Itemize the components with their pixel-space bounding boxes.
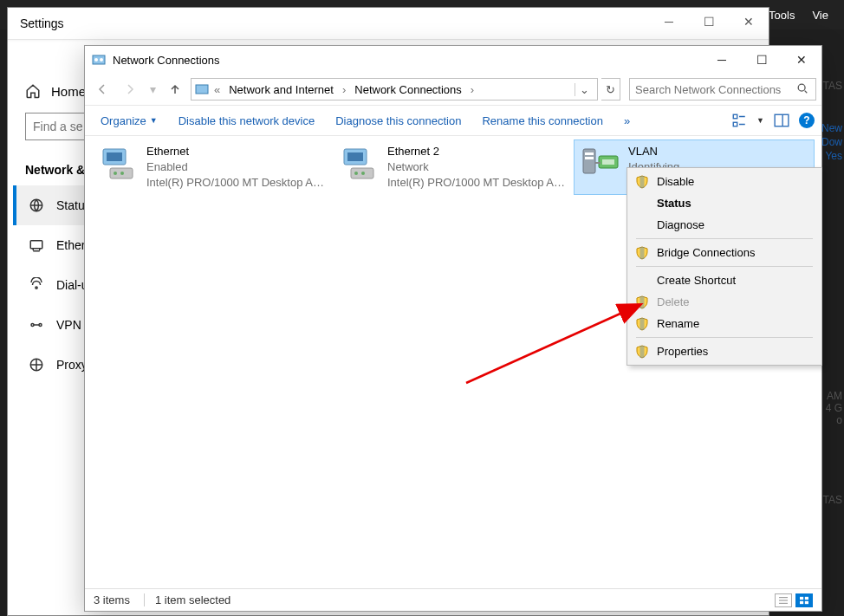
svg-point-2 [36, 287, 37, 289]
shield-icon [635, 295, 649, 309]
organize-button[interactable]: Organize ▼ [92, 109, 166, 133]
network-adapter-icon [339, 144, 380, 185]
preview-pane-button[interactable] [773, 112, 790, 129]
details-view-button[interactable] [775, 593, 792, 607]
svg-rect-15 [107, 152, 122, 161]
file-list[interactable]: Ethernet Enabled Intel(R) PRO/1000 MT De… [85, 136, 821, 588]
location-icon [195, 82, 209, 96]
ethernet-icon [29, 237, 44, 253]
up-button[interactable] [163, 77, 187, 101]
bg-text: TAS [823, 80, 842, 92]
connection-status: Enabled [146, 159, 324, 175]
chevron-right-icon: › [471, 83, 474, 96]
context-menu: Disable Status Diagnose Bridge Connectio… [627, 167, 822, 366]
svg-point-23 [361, 172, 365, 175]
selection-count: 1 item selected [144, 593, 230, 606]
svg-rect-32 [800, 600, 803, 603]
shield-icon [635, 317, 649, 331]
menu-rename[interactable]: Rename [627, 313, 821, 334]
menu-separator [636, 266, 813, 267]
svg-rect-11 [733, 114, 737, 119]
search-box[interactable] [629, 78, 816, 101]
search-input[interactable] [635, 83, 796, 96]
bg-links: New Dow Yes [821, 121, 842, 163]
item-count: 3 items [94, 593, 130, 606]
svg-rect-12 [733, 122, 737, 126]
dialup-icon [29, 277, 44, 293]
svg-rect-30 [800, 596, 803, 599]
svg-point-10 [798, 84, 805, 91]
connection-name: Ethernet 2 [387, 144, 565, 159]
svg-point-4 [39, 324, 42, 327]
svg-rect-33 [805, 600, 808, 603]
network-adapter-icon [98, 144, 140, 185]
menu-status[interactable]: Status [627, 192, 821, 214]
diagnose-connection-button[interactable]: Diagnose this connection [327, 109, 470, 133]
view-menu[interactable]: Vie [803, 3, 837, 27]
connection-status: Network [387, 159, 565, 175]
sidebar-item-label: VPN [56, 318, 81, 332]
titlebar[interactable]: Network Connections ─ ☐ ✕ [85, 46, 821, 74]
svg-point-7 [94, 58, 98, 62]
svg-rect-31 [805, 596, 808, 599]
minimize-button[interactable]: ─ [649, 8, 689, 36]
maximize-button[interactable]: ☐ [742, 46, 782, 74]
history-dropdown[interactable]: ▾ [146, 77, 159, 101]
svg-point-22 [354, 172, 358, 175]
svg-rect-20 [347, 152, 363, 161]
menu-create-shortcut[interactable]: Create Shortcut [627, 269, 821, 291]
close-button[interactable]: ✕ [782, 46, 821, 74]
status-bar: 3 items 1 item selected [85, 588, 821, 611]
menu-delete: Delete [627, 291, 821, 313]
shield-icon [635, 175, 649, 189]
home-label: Home [51, 84, 86, 99]
bg-text: TAS [823, 494, 842, 506]
svg-rect-9 [196, 85, 208, 94]
svg-point-8 [100, 58, 103, 62]
disable-device-button[interactable]: Disable this network device [170, 109, 324, 133]
back-button[interactable] [90, 77, 114, 101]
chevron-down-icon[interactable]: ▼ [756, 116, 764, 125]
svg-point-17 [114, 172, 117, 175]
breadcrumb-prefix: « [214, 83, 220, 96]
view-options-button[interactable] [730, 112, 748, 129]
close-button[interactable]: ✕ [729, 8, 769, 36]
forward-button[interactable] [118, 77, 142, 101]
connection-adapter: Intel(R) PRO/1000 MT Desktop Ad... [387, 175, 565, 191]
menu-separator [636, 238, 813, 239]
svg-rect-28 [602, 159, 614, 165]
bg-text: AM 4 G o [826, 390, 842, 426]
network-connections-window: Network Connections ─ ☐ ✕ ▾ « Network an… [84, 45, 822, 612]
address-bar[interactable]: « Network and Internet › Network Connect… [191, 78, 598, 101]
overflow-button[interactable]: » [615, 109, 639, 133]
connection-item-ethernet2[interactable]: Ethernet 2 Network Intel(R) PRO/1000 MT … [333, 139, 574, 195]
chevron-down-icon: ▼ [150, 116, 158, 125]
status-icon [29, 198, 44, 213]
menu-properties[interactable]: Properties [627, 340, 821, 362]
help-button[interactable]: ? [799, 113, 815, 128]
large-icons-view-button[interactable] [795, 593, 813, 607]
address-dropdown[interactable]: ⌄ [575, 83, 594, 96]
minimize-button[interactable]: ─ [702, 46, 742, 74]
breadcrumb-segment[interactable]: Network and Internet [225, 81, 337, 98]
connection-adapter: Intel(R) PRO/1000 MT Desktop Ad... [146, 175, 324, 191]
search-icon[interactable] [796, 82, 810, 97]
network-adapter-icon [580, 144, 621, 185]
breadcrumb-segment[interactable]: Network Connections [351, 81, 465, 98]
connection-item-ethernet[interactable]: Ethernet Enabled Intel(R) PRO/1000 MT De… [92, 139, 333, 195]
svg-rect-1 [30, 241, 42, 249]
shield-icon [635, 345, 649, 359]
window-icon [92, 53, 106, 67]
rename-connection-button[interactable]: Rename this connection [473, 109, 611, 133]
svg-point-3 [31, 324, 34, 327]
menu-bridge[interactable]: Bridge Connections [627, 242, 821, 263]
menu-disable[interactable]: Disable [627, 171, 821, 192]
menu-diagnose[interactable]: Diagnose [627, 214, 821, 236]
refresh-button[interactable]: ↻ [601, 78, 620, 101]
svg-point-18 [120, 172, 124, 175]
sidebar-item-label: Proxy [56, 358, 88, 372]
svg-rect-13 [775, 114, 789, 126]
svg-rect-26 [585, 157, 594, 159]
maximize-button[interactable]: ☐ [689, 8, 729, 36]
shield-icon [635, 246, 649, 260]
